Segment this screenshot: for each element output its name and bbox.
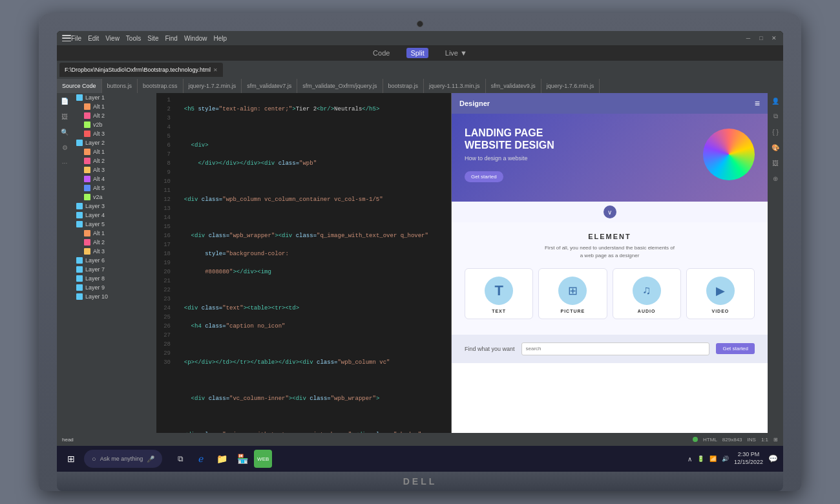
- picture-icon: ⊞: [558, 277, 587, 305]
- laptop-bottom: DELL: [57, 472, 783, 491]
- battery-icon[interactable]: 🔋: [697, 456, 704, 462]
- layers-icon[interactable]: ⧉: [770, 111, 781, 121]
- layer-4[interactable]: Layer 4: [72, 211, 156, 220]
- layer-2-alt2[interactable]: Alt 2: [72, 156, 156, 165]
- layer-2[interactable]: Layer 2: [72, 138, 156, 147]
- files-icon[interactable]: 📄: [59, 96, 70, 106]
- arrow-down-icon[interactable]: ∨: [604, 205, 616, 218]
- layer-5-alt3[interactable]: Alt 3: [72, 247, 156, 256]
- layer-8[interactable]: Layer 8: [72, 274, 156, 283]
- maximize-button[interactable]: □: [757, 34, 765, 42]
- menu-window[interactable]: Window: [184, 35, 207, 42]
- taskbar-search-box[interactable]: ○ Ask me anything 🎤: [84, 450, 162, 468]
- sub-tab-sfm7[interactable]: sfm_validatev7.js: [242, 79, 297, 93]
- mic-icon[interactable]: 🎤: [147, 456, 154, 463]
- properties-icon[interactable]: 👤: [770, 96, 781, 106]
- code-editor[interactable]: 12345 678910 1112131415 1617181920 21222…: [156, 93, 451, 433]
- main-area: 📄 🖼 🔍 ⚙ ··· Layer 1 Alt 1: [57, 93, 783, 433]
- assets-icon[interactable]: 🖼: [59, 111, 70, 121]
- layer-3[interactable]: Layer 3: [72, 202, 156, 211]
- code-button[interactable]: Code: [369, 48, 394, 58]
- menu-view[interactable]: View: [105, 35, 120, 42]
- live-button[interactable]: Live ▼: [441, 48, 471, 58]
- store-icon[interactable]: 🏪: [233, 450, 251, 468]
- search-get-started-button[interactable]: Get started: [716, 343, 755, 354]
- layer-1-alt1[interactable]: Alt 1: [72, 102, 156, 111]
- explorer-icon[interactable]: 📁: [213, 450, 231, 468]
- code-content: 12345 678910 1112131415 1617181920 21222…: [156, 93, 451, 433]
- more-icon[interactable]: ···: [59, 158, 70, 168]
- zoom-icon[interactable]: ⊞: [773, 437, 778, 443]
- status-bar: head HTML 829x843 INS 1:1 ⊞: [57, 433, 783, 446]
- layer-2-v2a[interactable]: v2a: [72, 193, 156, 202]
- sub-tab-source[interactable]: Source Code: [57, 79, 102, 93]
- layer-10[interactable]: Layer 10: [72, 292, 156, 301]
- search-icon[interactable]: 🔍: [59, 127, 70, 137]
- code-text: <h5 style="text-align: center;">Tier 2<b…: [174, 93, 451, 433]
- designer-menu-icon[interactable]: ≡: [755, 98, 760, 109]
- layer-2-alt1[interactable]: Alt 1: [72, 147, 156, 156]
- layer-1[interactable]: Layer 1: [72, 93, 156, 102]
- hero-get-started-button[interactable]: Get started: [465, 171, 503, 182]
- menu-help[interactable]: Help: [213, 35, 227, 42]
- audio-icon: ♫: [633, 277, 661, 305]
- right-sidebar-icons: 👤 ⧉ { } 🎨 🖼 ⊕: [768, 93, 783, 433]
- sub-tab-sfm9[interactable]: sfm_validatev9.js: [486, 79, 541, 93]
- hero-section: LANDING PAGEWEBSITE DESIGN How to design…: [452, 114, 768, 202]
- layer-7[interactable]: Layer 7: [72, 265, 156, 274]
- menu-edit[interactable]: Edit: [88, 35, 99, 42]
- sub-tab-jquery172[interactable]: jquery-1.7.2.min.js: [184, 79, 242, 93]
- sub-tab-bootstrap-css[interactable]: bootstrap.css: [138, 79, 184, 93]
- snippets-icon[interactable]: { }: [770, 127, 781, 137]
- sub-tab-buttons[interactable]: buttons.js: [102, 79, 138, 93]
- edge-browser-icon[interactable]: ℯ: [192, 450, 210, 468]
- wifi-icon[interactable]: 📶: [709, 456, 717, 462]
- layer-5[interactable]: Layer 5: [72, 220, 156, 229]
- volume-icon[interactable]: 🔊: [722, 456, 729, 462]
- split-button[interactable]: Split: [406, 48, 428, 58]
- menu-tools[interactable]: Tools: [126, 35, 141, 42]
- hero-title: LANDING PAGEWEBSITE DESIGN: [465, 127, 697, 151]
- sub-tab-bootstrap-js[interactable]: bootstrap.js: [383, 79, 425, 93]
- sub-tab-jquery1113[interactable]: jquery-1.11.3.min.js: [424, 79, 486, 93]
- sub-tab-jquery176[interactable]: jquery-1.7.6.min.js: [541, 79, 600, 93]
- website-preview[interactable]: LANDING PAGEWEBSITE DESIGN How to design…: [452, 114, 768, 433]
- web-icon[interactable]: WEB: [254, 450, 272, 468]
- sub-tab-sfm-oxfrm[interactable]: sfm_validate_Oxfrm/jquery.js: [297, 79, 383, 93]
- minimize-button[interactable]: ─: [744, 34, 752, 42]
- layer-1-alt3[interactable]: Alt 3: [72, 129, 156, 138]
- time-display: 2:30 PM: [734, 451, 763, 459]
- layer-2-alt3[interactable]: Alt 3: [72, 165, 156, 174]
- file-tab-main[interactable]: F:\Dropbox\NinjaStudio\Oxfrm\Bootstrap.t…: [59, 63, 223, 77]
- insert-icon[interactable]: ⊕: [770, 173, 781, 184]
- windows-start-button[interactable]: ⊞: [62, 450, 80, 468]
- css-icon[interactable]: 🎨: [770, 142, 781, 152]
- layer-5-alt1[interactable]: Alt 1: [72, 229, 156, 238]
- taskview-button[interactable]: ⧉: [171, 450, 189, 468]
- notification-icon[interactable]: 💬: [768, 454, 778, 463]
- tag-indicator: head: [62, 437, 74, 443]
- screen: File Edit View Tools Site Find Window He…: [57, 31, 783, 472]
- close-button[interactable]: ✕: [770, 34, 778, 42]
- element-desc: First of all, you need to understand the…: [465, 244, 755, 258]
- layer-2-alt4[interactable]: Alt 4: [72, 174, 156, 184]
- video-icon: ▶: [706, 277, 735, 305]
- icon-card-audio: ♫ AUDIO: [613, 268, 681, 319]
- layer-1-alt2[interactable]: Alt 2: [72, 111, 156, 120]
- status-dot: [693, 437, 698, 442]
- assets-right-icon[interactable]: 🖼: [770, 158, 781, 168]
- clock[interactable]: 2:30 PM 12/15/2022: [734, 451, 763, 466]
- title-bar: File Edit View Tools Site Find Window He…: [57, 31, 783, 45]
- layer-1-v2b[interactable]: v2b: [72, 120, 156, 129]
- search-input[interactable]: [521, 342, 710, 355]
- menu-icon[interactable]: [62, 35, 71, 41]
- layer-6[interactable]: Layer 6: [72, 256, 156, 265]
- settings-icon[interactable]: ⚙: [59, 142, 70, 152]
- layer-9[interactable]: Layer 9: [72, 283, 156, 292]
- menu-file[interactable]: File: [71, 35, 81, 42]
- system-tray-icon[interactable]: ∧: [688, 456, 692, 463]
- layer-2-alt5[interactable]: Alt 5: [72, 184, 156, 193]
- menu-site[interactable]: Site: [147, 35, 158, 42]
- layer-5-alt2[interactable]: Alt 2: [72, 238, 156, 247]
- menu-find[interactable]: Find: [165, 35, 177, 42]
